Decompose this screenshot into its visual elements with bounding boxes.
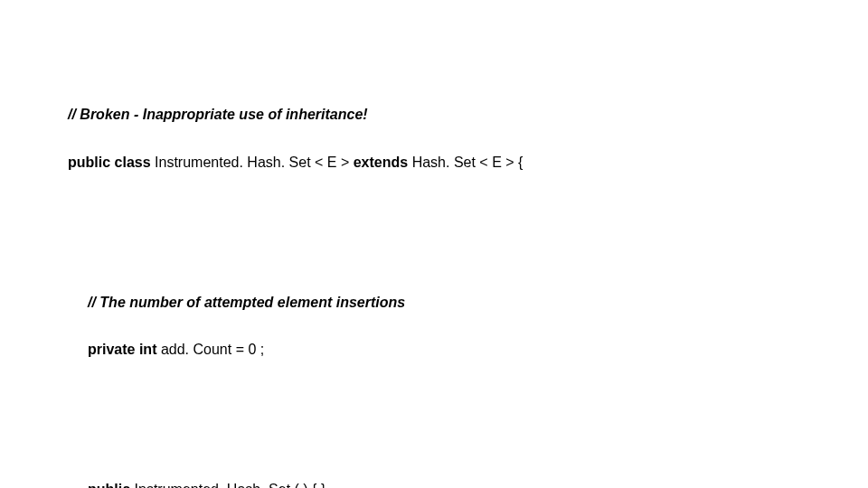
field-addcount: private int add. Count = 0 ;	[88, 342, 868, 358]
class-decl: public class Instrumented. Hash. Set < E…	[68, 155, 868, 171]
comment-broken: // Broken - Inappropriate use of inherit…	[68, 107, 868, 123]
code-block: // Broken - Inappropriate use of inherit…	[68, 27, 868, 488]
comment-insertions: // The number of attempted element inser…	[88, 295, 868, 311]
para-ctor-empty: public Instrumented. Hash. Set ( ) { }	[68, 450, 868, 488]
para-classdecl: // Broken - Inappropriate use of inherit…	[68, 75, 868, 202]
ctor-empty: public Instrumented. Hash. Set ( ) { }	[88, 482, 868, 488]
para-field: // The number of attempted element inser…	[68, 262, 868, 389]
code-slide: // Broken - Inappropriate use of inherit…	[0, 0, 868, 488]
